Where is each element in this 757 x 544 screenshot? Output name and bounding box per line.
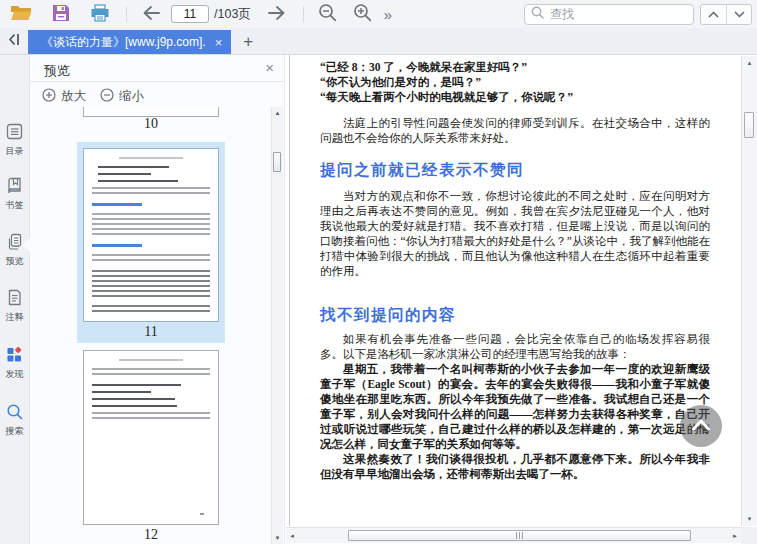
- sidebar-item-toc[interactable]: 目录: [0, 123, 29, 156]
- magnifier-minus-icon: [318, 3, 337, 25]
- sidebar-item-bookmarks[interactable]: 书签: [0, 177, 29, 210]
- sidebar-item-search[interactable]: 搜索: [0, 403, 29, 436]
- thumbnail-page-11-selected[interactable]: 11: [77, 142, 225, 343]
- arrow-right-icon: [267, 4, 287, 25]
- circle-plus-icon: [42, 88, 56, 105]
- navigation-sidebar: 目录 书签 预览 注释 发现 搜索: [0, 55, 30, 544]
- open-folder-icon: [10, 4, 32, 25]
- magnifier-plus-icon: [353, 3, 372, 25]
- print-button[interactable]: [90, 2, 110, 26]
- document-tab[interactable]: 《谈话的力量》[www.j9p.com]. ×: [28, 30, 231, 54]
- preview-panel-header: 预览 ×: [30, 55, 284, 82]
- panel-close-icon[interactable]: ×: [265, 59, 274, 76]
- vertical-scrollbar-thumb[interactable]: [744, 112, 754, 138]
- collapse-panel-button[interactable]: [0, 28, 28, 54]
- thumbnail-label-11: 11: [77, 324, 225, 340]
- thumbnail-page-12[interactable]: [83, 350, 219, 525]
- horizontal-scrollbar-thumb[interactable]: [348, 530, 691, 541]
- toolbar-separator: [126, 6, 127, 22]
- document-view: “已经 8：30 了，今晚就呆在家里好吗？” “你不认为他们是对的，是吗？” “…: [285, 55, 757, 544]
- search-icon: [531, 5, 544, 23]
- chevron-up-icon: [691, 418, 711, 434]
- page-left-edge: [289, 55, 290, 526]
- sidebar-item-label: 注释: [6, 312, 24, 322]
- toc-icon: [6, 123, 23, 144]
- section-heading: 找不到提问的内容: [320, 307, 710, 322]
- thumbnail-zoom-out-button[interactable]: 缩小: [100, 88, 144, 105]
- sidebar-item-label: 目录: [6, 146, 24, 156]
- document-paragraph: 星期五，我带着一个名叫柯蒂斯的小伙子去参加一年一度的欢迎新鹰级童子军（Eagle…: [320, 362, 710, 452]
- sidebar-item-label: 搜索: [6, 426, 24, 436]
- toolbar-separator: [303, 6, 304, 22]
- preview-pages-icon: [6, 233, 23, 254]
- collapse-left-icon: [7, 32, 22, 50]
- save-button[interactable]: [52, 2, 70, 26]
- document-quote: “已经 8：30 了，今晚就呆在家里好吗？”: [320, 60, 710, 75]
- zoom-out-button[interactable]: [318, 2, 337, 26]
- scrollbar-grip: [519, 532, 520, 539]
- document-page: “已经 8：30 了，今晚就呆在家里好吗？” “你不认为他们是对的，是吗？” “…: [320, 55, 710, 482]
- find-next-button[interactable]: [726, 5, 751, 24]
- more-tools-button[interactable]: »: [384, 2, 392, 26]
- find-previous-button[interactable]: [701, 5, 726, 24]
- thumbnail-content: [92, 356, 210, 519]
- scrollbar-grip: [516, 532, 517, 539]
- find-navigation: [700, 4, 752, 25]
- scrollbar-corner: [741, 527, 757, 544]
- scroll-right-icon[interactable]: ►: [732, 532, 738, 540]
- tab-bar: 《谈话的力量》[www.j9p.com]. × +: [0, 28, 757, 55]
- document-quote: “你不认为他们是对的，是吗？”: [320, 75, 710, 90]
- panel-scroll-down-icon[interactable]: ▼: [272, 534, 283, 542]
- thumbnail-page-11[interactable]: [83, 148, 219, 322]
- section-heading: 提问之前就已经表示不赞同: [320, 162, 710, 177]
- page-total-label: /103页: [214, 6, 251, 23]
- new-tab-button[interactable]: +: [243, 32, 253, 50]
- panel-scrollbar-thumb[interactable]: [273, 152, 281, 172]
- thumbnail-label-10: 10: [83, 116, 219, 132]
- document-paragraph: 法庭上的引导性问题会使发问的律师受到训斥。在社交场合中，这样的问题也不会给你的人…: [320, 116, 710, 146]
- sidebar-item-label: 书签: [6, 200, 24, 210]
- pdf-reader-window: /103页 » 《谈话的力量》[www.j9p.com]. × +: [0, 0, 757, 544]
- circle-minus-icon: [100, 88, 114, 105]
- open-file-button[interactable]: [10, 2, 32, 26]
- save-floppy-icon: [52, 4, 70, 25]
- previous-page-button[interactable]: [141, 2, 161, 26]
- main-toolbar: /103页 »: [0, 0, 757, 28]
- zoom-out-label: 缩小: [119, 88, 144, 105]
- arrow-left-icon: [141, 4, 161, 25]
- preview-panel-title: 预览: [44, 62, 70, 80]
- scroll-down-icon[interactable]: ▼: [742, 515, 757, 523]
- panel-scroll-up-icon[interactable]: ▲: [272, 109, 283, 117]
- vertical-scrollbar[interactable]: ▲ ▼: [741, 56, 757, 526]
- thumbnail-content: [92, 154, 210, 316]
- thumbnail-zoom-in-button[interactable]: 放大: [42, 88, 86, 105]
- sidebar-item-label: 发现: [6, 369, 24, 379]
- document-paragraph: 这果然奏效了！我们谈得很投机，几乎都不愿意停下来。所以今年我非但没有早早地溜出会…: [320, 452, 710, 482]
- sidebar-item-annotations[interactable]: 注释: [0, 289, 29, 322]
- next-page-button[interactable]: [267, 2, 287, 26]
- search-input[interactable]: [548, 6, 687, 22]
- sidebar-item-discover[interactable]: 发现: [0, 346, 29, 379]
- zoom-in-label: 放大: [61, 88, 86, 105]
- page-number-input[interactable]: [171, 5, 209, 23]
- search-magnifier-icon: [6, 403, 23, 424]
- scroll-up-icon[interactable]: ▲: [742, 59, 757, 67]
- horizontal-scrollbar[interactable]: ◄ ►: [286, 527, 741, 543]
- printer-icon: [90, 4, 110, 25]
- document-quote: “每天晚上看两个小时的电视就足够了，你说呢？”: [320, 90, 710, 105]
- tab-close-icon[interactable]: ×: [215, 36, 223, 49]
- back-to-top-button[interactable]: [680, 405, 722, 447]
- scroll-left-icon[interactable]: ◄: [289, 532, 295, 540]
- note-icon: [6, 289, 23, 310]
- bookmark-icon: [6, 177, 23, 198]
- document-paragraph: 如果有机会事先准备一些问题，会比完全依靠自己的临场发挥容易很多。以下是洛杉矶一家…: [320, 332, 710, 362]
- panel-scrollbar[interactable]: ▲ ▼: [271, 107, 283, 544]
- discover-grid-icon: [6, 346, 23, 367]
- thumbnail-label-12: 12: [83, 527, 219, 543]
- document-paragraph: 当对方的观点和你不一致，你想讨论彼此的不同之处时，应在问明对方理由之后再表达不赞…: [320, 189, 710, 279]
- search-box[interactable]: [524, 4, 694, 25]
- zoom-in-button[interactable]: [353, 2, 372, 26]
- tab-title: 《谈话的力量》[www.j9p.com].: [41, 34, 206, 51]
- selected-panel-notch: [23, 238, 30, 252]
- sidebar-item-label: 预览: [6, 256, 24, 266]
